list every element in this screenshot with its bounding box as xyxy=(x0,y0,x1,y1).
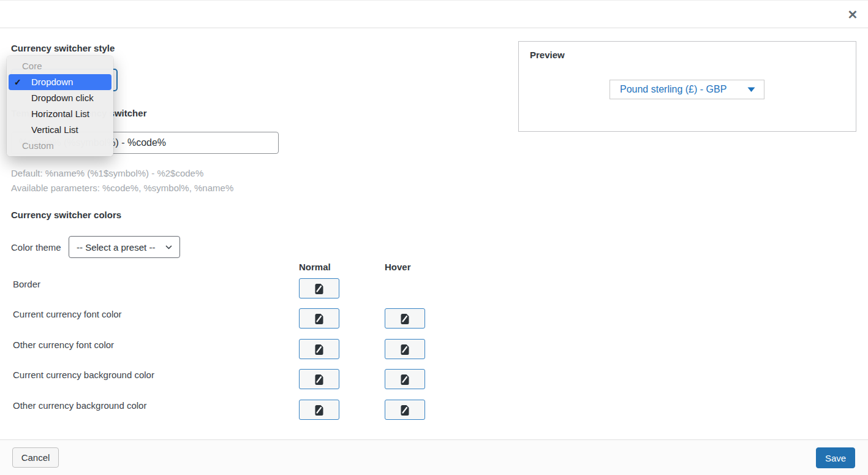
row-label-current-bg: Current currency background color xyxy=(13,369,154,381)
template-default-hint: Default: %name% (%1$symbol%) - %2$code% xyxy=(11,168,203,178)
menu-group-core: Core xyxy=(7,58,113,74)
row-label-other-font: Other currency font color xyxy=(13,339,114,351)
pencil-icon xyxy=(313,343,325,355)
menu-item-dropdown[interactable]: ✓ Dropdown xyxy=(9,74,111,90)
color-picker-other-bg-hover[interactable] xyxy=(385,400,425,420)
menu-group-custom: Custom xyxy=(7,138,113,154)
preview-heading: Preview xyxy=(530,50,565,60)
pencil-icon xyxy=(313,373,325,386)
chevron-down-icon xyxy=(164,243,173,252)
preview-panel: Preview Pound sterling (£) - GBP xyxy=(518,41,856,132)
pencil-icon xyxy=(399,313,411,325)
menu-item-dropdown-click[interactable]: Dropdown click xyxy=(7,90,113,106)
color-picker-current-bg-hover[interactable] xyxy=(385,369,425,389)
pencil-icon xyxy=(399,343,411,355)
color-theme-select-value: -- Select a preset -- xyxy=(77,242,155,253)
menu-item-label: Dropdown xyxy=(31,77,73,87)
currency-switcher-colors-heading: Currency switcher colors xyxy=(11,210,121,220)
modal-header: ✕ xyxy=(0,0,868,28)
pencil-icon xyxy=(313,283,325,295)
pencil-icon xyxy=(313,404,325,416)
currency-switcher-style-heading: Currency switcher style xyxy=(11,43,115,53)
menu-item-horizontal-list[interactable]: Horizontal List xyxy=(7,106,113,122)
save-button[interactable]: Save xyxy=(816,447,855,468)
pencil-icon xyxy=(399,373,411,386)
color-picker-current-font-normal[interactable] xyxy=(299,308,339,329)
column-header-normal: Normal xyxy=(299,262,331,272)
color-theme-label: Color theme xyxy=(11,241,61,254)
preview-currency-value: Pound sterling (£) - GBP xyxy=(620,84,726,95)
color-picker-current-font-hover[interactable] xyxy=(385,308,425,329)
pencil-icon xyxy=(313,313,325,325)
dropdown-arrow-icon xyxy=(747,87,755,93)
checkmark-icon: ✓ xyxy=(14,74,21,90)
template-params-hint: Available parameters: %code%, %symbol%, … xyxy=(11,183,233,193)
style-dropdown-menu: Core ✓ Dropdown Dropdown click Horizonta… xyxy=(7,56,113,156)
color-picker-current-bg-normal[interactable] xyxy=(299,369,339,389)
column-header-hover: Hover xyxy=(385,262,411,272)
row-label-border: Border xyxy=(13,278,40,291)
row-label-other-bg: Other currency background color xyxy=(13,400,146,412)
color-picker-other-bg-normal[interactable] xyxy=(299,400,339,420)
close-icon[interactable]: ✕ xyxy=(845,7,861,23)
row-label-current-font: Current currency font color xyxy=(13,308,122,321)
color-picker-border-normal[interactable] xyxy=(299,278,339,298)
color-picker-other-font-hover[interactable] xyxy=(385,339,425,359)
color-picker-other-font-normal[interactable] xyxy=(299,339,339,359)
preview-currency-switcher[interactable]: Pound sterling (£) - GBP xyxy=(609,80,764,99)
menu-item-vertical-list[interactable]: Vertical List xyxy=(7,122,113,138)
pencil-icon xyxy=(399,404,411,416)
modal-footer: Cancel Save xyxy=(0,439,868,475)
cancel-button[interactable]: Cancel xyxy=(12,447,59,468)
color-theme-select[interactable]: -- Select a preset -- xyxy=(69,236,180,258)
